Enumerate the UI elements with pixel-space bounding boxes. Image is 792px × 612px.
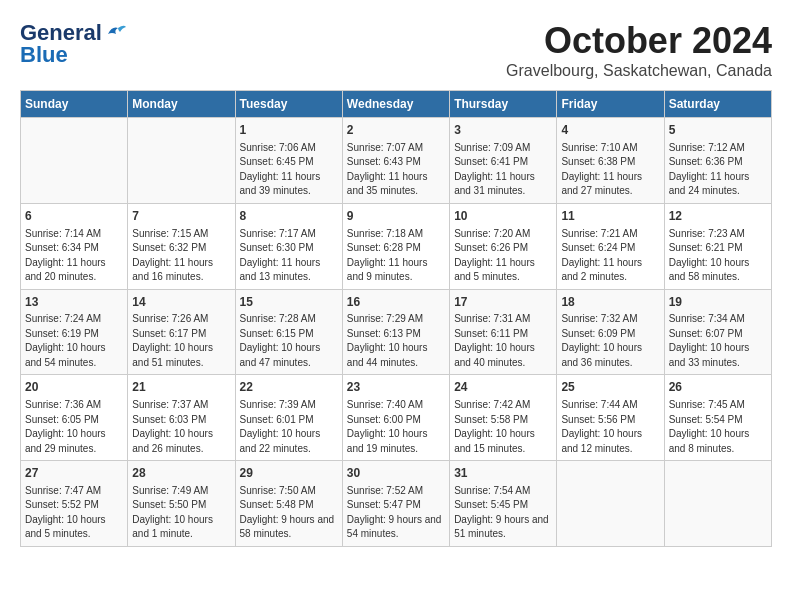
- cell-line: Sunset: 6:03 PM: [132, 414, 206, 425]
- day-number: 31: [454, 465, 552, 482]
- cell-content: Sunrise: 7:24 AMSunset: 6:19 PMDaylight:…: [25, 312, 123, 370]
- day-number: 8: [240, 208, 338, 225]
- day-number: 3: [454, 122, 552, 139]
- day-number: 10: [454, 208, 552, 225]
- cell-line: Daylight: 10 hours and 26 minutes.: [132, 428, 213, 454]
- cell-line: Sunset: 6:38 PM: [561, 156, 635, 167]
- cell-line: Sunset: 6:26 PM: [454, 242, 528, 253]
- cell-line: Sunrise: 7:54 AM: [454, 485, 530, 496]
- day-number: 16: [347, 294, 445, 311]
- calendar-body: 1Sunrise: 7:06 AMSunset: 6:45 PMDaylight…: [21, 118, 772, 547]
- cell-line: Sunrise: 7:21 AM: [561, 228, 637, 239]
- calendar-cell: 14Sunrise: 7:26 AMSunset: 6:17 PMDayligh…: [128, 289, 235, 375]
- cell-line: Sunrise: 7:44 AM: [561, 399, 637, 410]
- cell-line: Sunrise: 7:10 AM: [561, 142, 637, 153]
- week-row-5: 27Sunrise: 7:47 AMSunset: 5:52 PMDayligh…: [21, 461, 772, 547]
- cell-content: Sunrise: 7:45 AMSunset: 5:54 PMDaylight:…: [669, 398, 767, 456]
- cell-line: Daylight: 10 hours and 22 minutes.: [240, 428, 321, 454]
- day-number: 6: [25, 208, 123, 225]
- cell-line: Sunset: 5:45 PM: [454, 499, 528, 510]
- cell-content: Sunrise: 7:47 AMSunset: 5:52 PMDaylight:…: [25, 484, 123, 542]
- cell-line: Sunset: 5:52 PM: [25, 499, 99, 510]
- cell-line: Sunset: 6:00 PM: [347, 414, 421, 425]
- cell-content: Sunrise: 7:37 AMSunset: 6:03 PMDaylight:…: [132, 398, 230, 456]
- header-day-thursday: Thursday: [450, 91, 557, 118]
- calendar-header: SundayMondayTuesdayWednesdayThursdayFrid…: [21, 91, 772, 118]
- cell-line: Sunset: 5:48 PM: [240, 499, 314, 510]
- cell-line: Sunset: 6:36 PM: [669, 156, 743, 167]
- header: General Blue October 2024 Gravelbourg, S…: [20, 20, 772, 80]
- cell-line: Sunset: 6:07 PM: [669, 328, 743, 339]
- cell-line: Daylight: 11 hours and 31 minutes.: [454, 171, 535, 197]
- cell-line: Sunrise: 7:45 AM: [669, 399, 745, 410]
- day-number: 7: [132, 208, 230, 225]
- cell-line: Daylight: 9 hours and 54 minutes.: [347, 514, 442, 540]
- location-title: Gravelbourg, Saskatchewan, Canada: [506, 62, 772, 80]
- day-number: 28: [132, 465, 230, 482]
- cell-line: Sunrise: 7:34 AM: [669, 313, 745, 324]
- header-row: SundayMondayTuesdayWednesdayThursdayFrid…: [21, 91, 772, 118]
- cell-line: Sunset: 6:15 PM: [240, 328, 314, 339]
- calendar-cell: 30Sunrise: 7:52 AMSunset: 5:47 PMDayligh…: [342, 461, 449, 547]
- cell-line: Sunrise: 7:52 AM: [347, 485, 423, 496]
- calendar-cell: 2Sunrise: 7:07 AMSunset: 6:43 PMDaylight…: [342, 118, 449, 204]
- cell-line: Sunrise: 7:23 AM: [669, 228, 745, 239]
- cell-line: Daylight: 10 hours and 51 minutes.: [132, 342, 213, 368]
- day-number: 19: [669, 294, 767, 311]
- cell-line: Sunset: 5:58 PM: [454, 414, 528, 425]
- calendar-cell: 24Sunrise: 7:42 AMSunset: 5:58 PMDayligh…: [450, 375, 557, 461]
- cell-line: Sunrise: 7:24 AM: [25, 313, 101, 324]
- day-number: 21: [132, 379, 230, 396]
- cell-content: Sunrise: 7:07 AMSunset: 6:43 PMDaylight:…: [347, 141, 445, 199]
- cell-line: Sunrise: 7:40 AM: [347, 399, 423, 410]
- day-number: 23: [347, 379, 445, 396]
- cell-line: Sunrise: 7:49 AM: [132, 485, 208, 496]
- day-number: 22: [240, 379, 338, 396]
- day-number: 14: [132, 294, 230, 311]
- cell-line: Sunrise: 7:17 AM: [240, 228, 316, 239]
- title-area: October 2024 Gravelbourg, Saskatchewan, …: [506, 20, 772, 80]
- calendar-cell: 18Sunrise: 7:32 AMSunset: 6:09 PMDayligh…: [557, 289, 664, 375]
- day-number: 12: [669, 208, 767, 225]
- week-row-1: 1Sunrise: 7:06 AMSunset: 6:45 PMDaylight…: [21, 118, 772, 204]
- cell-content: Sunrise: 7:39 AMSunset: 6:01 PMDaylight:…: [240, 398, 338, 456]
- day-number: 17: [454, 294, 552, 311]
- day-number: 24: [454, 379, 552, 396]
- day-number: 25: [561, 379, 659, 396]
- cell-line: Sunset: 6:05 PM: [25, 414, 99, 425]
- cell-line: Sunset: 5:47 PM: [347, 499, 421, 510]
- cell-line: Sunrise: 7:36 AM: [25, 399, 101, 410]
- cell-line: Daylight: 11 hours and 39 minutes.: [240, 171, 321, 197]
- cell-line: Daylight: 10 hours and 44 minutes.: [347, 342, 428, 368]
- day-number: 26: [669, 379, 767, 396]
- cell-line: Sunset: 6:21 PM: [669, 242, 743, 253]
- calendar-cell: 27Sunrise: 7:47 AMSunset: 5:52 PMDayligh…: [21, 461, 128, 547]
- cell-line: Sunset: 5:54 PM: [669, 414, 743, 425]
- calendar-cell: 23Sunrise: 7:40 AMSunset: 6:00 PMDayligh…: [342, 375, 449, 461]
- cell-line: Sunset: 6:01 PM: [240, 414, 314, 425]
- header-day-saturday: Saturday: [664, 91, 771, 118]
- cell-line: Daylight: 11 hours and 35 minutes.: [347, 171, 428, 197]
- cell-line: Sunrise: 7:31 AM: [454, 313, 530, 324]
- cell-line: Sunrise: 7:20 AM: [454, 228, 530, 239]
- cell-content: Sunrise: 7:42 AMSunset: 5:58 PMDaylight:…: [454, 398, 552, 456]
- cell-line: Daylight: 10 hours and 40 minutes.: [454, 342, 535, 368]
- week-row-3: 13Sunrise: 7:24 AMSunset: 6:19 PMDayligh…: [21, 289, 772, 375]
- cell-line: Sunrise: 7:29 AM: [347, 313, 423, 324]
- calendar-cell: 9Sunrise: 7:18 AMSunset: 6:28 PMDaylight…: [342, 203, 449, 289]
- cell-line: Sunrise: 7:28 AM: [240, 313, 316, 324]
- header-day-tuesday: Tuesday: [235, 91, 342, 118]
- cell-line: Daylight: 11 hours and 5 minutes.: [454, 257, 535, 283]
- cell-line: Sunset: 6:19 PM: [25, 328, 99, 339]
- cell-line: Sunset: 5:50 PM: [132, 499, 206, 510]
- calendar-cell: 8Sunrise: 7:17 AMSunset: 6:30 PMDaylight…: [235, 203, 342, 289]
- calendar-cell: 28Sunrise: 7:49 AMSunset: 5:50 PMDayligh…: [128, 461, 235, 547]
- calendar-cell: 16Sunrise: 7:29 AMSunset: 6:13 PMDayligh…: [342, 289, 449, 375]
- calendar-cell: [557, 461, 664, 547]
- cell-line: Daylight: 11 hours and 2 minutes.: [561, 257, 642, 283]
- day-number: 1: [240, 122, 338, 139]
- cell-line: Daylight: 11 hours and 9 minutes.: [347, 257, 428, 283]
- day-number: 15: [240, 294, 338, 311]
- cell-content: Sunrise: 7:28 AMSunset: 6:15 PMDaylight:…: [240, 312, 338, 370]
- cell-line: Daylight: 10 hours and 29 minutes.: [25, 428, 106, 454]
